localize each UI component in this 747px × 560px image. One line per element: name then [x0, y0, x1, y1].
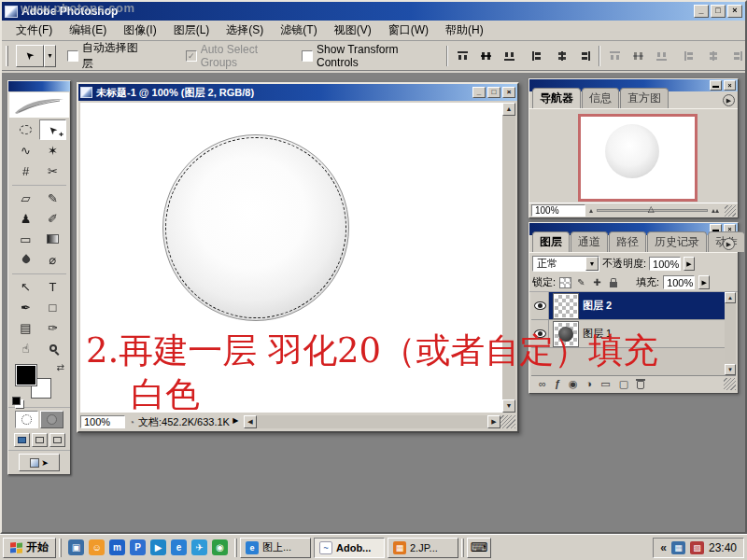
shape-tool[interactable]: □: [39, 297, 66, 317]
navigator-resize-grip[interactable]: [725, 205, 736, 217]
brush-tool[interactable]: ✎: [39, 188, 66, 208]
layers-scroll-down[interactable]: ▼: [725, 364, 736, 375]
zoom-tool[interactable]: [39, 338, 66, 358]
crop-tool[interactable]: #: [12, 161, 39, 181]
adjustment-layer-icon[interactable]: ◑: [586, 378, 593, 389]
distribute-vertical-centers-button[interactable]: [631, 50, 645, 62]
align-horizontal-centers-button[interactable]: [555, 50, 569, 62]
type-tool[interactable]: T: [39, 276, 66, 297]
full-screen-menubar-mode-button[interactable]: [32, 433, 48, 447]
layers-scrollbar[interactable]: ▲ ▼: [725, 292, 736, 375]
tab-paths[interactable]: 路径: [609, 231, 646, 252]
foreground-color-swatch[interactable]: [16, 365, 36, 385]
tab-layers[interactable]: 图层: [532, 231, 570, 252]
horizontal-scrollbar[interactable]: ◀ ▶: [244, 415, 500, 428]
scroll-down-button[interactable]: ▼: [502, 399, 515, 413]
maximize-button[interactable]: □: [711, 5, 726, 18]
quicklaunch-ie-icon[interactable]: e: [171, 539, 187, 555]
clone-stamp-tool[interactable]: ♟: [12, 208, 39, 229]
dodge-tool[interactable]: ⌀: [39, 249, 66, 270]
menu-select[interactable]: 选择(S): [218, 20, 272, 41]
distribute-right-edges-button[interactable]: [729, 50, 743, 62]
lock-all-button[interactable]: [607, 277, 619, 288]
navigator-zoom-field[interactable]: 100%: [531, 204, 585, 217]
close-button[interactable]: ×: [727, 5, 742, 18]
menu-filter[interactable]: 滤镜(T): [272, 20, 325, 41]
notes-tool[interactable]: ▤: [12, 317, 39, 338]
navigator-close-button[interactable]: ×: [724, 80, 736, 91]
minimize-button[interactable]: _: [694, 5, 709, 18]
link-layers-icon[interactable]: ∞: [539, 378, 546, 389]
status-popup-button[interactable]: ▶: [230, 415, 242, 428]
default-colors-icon[interactable]: [12, 397, 21, 405]
tab-channels[interactable]: 通道: [571, 231, 608, 252]
eyedropper-tool[interactable]: ✑: [39, 317, 66, 338]
input-method-button[interactable]: ⌨: [467, 538, 491, 558]
eraser-tool[interactable]: ▭: [12, 229, 39, 249]
blend-dropdown-icon[interactable]: ▼: [585, 257, 599, 271]
zoom-slider-thumb[interactable]: △: [648, 204, 655, 214]
delete-layer-icon[interactable]: [637, 381, 644, 389]
layer-mask-icon[interactable]: ◉: [569, 378, 578, 390]
layer2-name[interactable]: 图层 2: [583, 299, 612, 313]
doc-close-button[interactable]: ×: [502, 87, 515, 98]
menu-file[interactable]: 文件(F): [7, 20, 61, 41]
new-layer-icon[interactable]: ▢: [619, 378, 628, 390]
healing-brush-tool[interactable]: ▱: [12, 188, 39, 208]
quicklaunch-mediaplayer-icon[interactable]: ▶: [150, 539, 166, 555]
document-titlebar[interactable]: 未标题-1 @ 100% (图层 2, RGB/8) _ □ ×: [78, 84, 517, 101]
align-left-edges-button[interactable]: [531, 50, 545, 62]
doc-maximize-button[interactable]: □: [487, 87, 500, 98]
magic-wand-tool[interactable]: ✶: [39, 140, 66, 161]
tab-histogram[interactable]: 直方图: [620, 88, 669, 108]
fill-slider-button[interactable]: ▶: [698, 275, 710, 289]
layers-menu-button[interactable]: ▶: [723, 238, 735, 250]
status-zoom-field[interactable]: 100%: [80, 415, 125, 428]
align-right-edges-button[interactable]: [577, 50, 591, 62]
tab-history[interactable]: 历史记录: [647, 231, 707, 252]
lock-pixels-button[interactable]: ✎: [575, 277, 587, 288]
auto-select-layer-checkbox[interactable]: [67, 50, 78, 62]
scroll-up-button[interactable]: ▲: [502, 103, 515, 116]
toolbox-titlebar[interactable]: [8, 81, 70, 91]
history-brush-tool[interactable]: ✐: [39, 208, 66, 229]
menu-image[interactable]: 图像(I): [115, 20, 164, 41]
layer2-visibility-cell[interactable]: [531, 292, 549, 319]
layer2-thumbnail[interactable]: [554, 294, 578, 318]
lock-transparency-button[interactable]: [559, 277, 571, 288]
scroll-left-button[interactable]: ◀: [244, 415, 257, 428]
move-tool[interactable]: ➤✚: [39, 119, 66, 140]
task-button-image-viewer[interactable]: ▦ 2.JP...: [388, 538, 458, 558]
navigator-menu-button[interactable]: ▶: [723, 94, 735, 106]
new-group-icon[interactable]: ▭: [600, 378, 610, 390]
layer-row-2[interactable]: 图层 2: [531, 292, 725, 320]
opacity-field[interactable]: 100%: [649, 257, 681, 271]
gradient-tool[interactable]: [39, 229, 66, 249]
lock-position-button[interactable]: ✚: [591, 277, 603, 288]
photoshop-feather-logo[interactable]: [9, 92, 69, 118]
quick-mask-mode-button[interactable]: [40, 411, 63, 428]
layers-resize-grip[interactable]: [724, 378, 736, 390]
layer-style-icon[interactable]: ƒ: [555, 378, 560, 389]
quicklaunch-acdsee-icon[interactable]: ◉: [212, 539, 228, 555]
app-titlebar[interactable]: Adobe Photoshop www.photops.com _ □ ×: [2, 2, 745, 21]
layers-scroll-up[interactable]: ▲: [725, 292, 736, 303]
menu-layer[interactable]: 图层(L): [165, 20, 218, 41]
zoom-in-icon[interactable]: ▴▴: [712, 207, 719, 215]
path-selection-tool[interactable]: ↖: [12, 276, 39, 297]
tray-chevron-icon[interactable]: «: [660, 541, 667, 554]
full-screen-mode-button[interactable]: [49, 433, 65, 447]
menu-view[interactable]: 视图(V): [326, 20, 380, 41]
tool-preset-dropdown[interactable]: ▾: [44, 45, 56, 67]
navigator-proxy-view[interactable]: [578, 114, 698, 202]
resize-grip[interactable]: [500, 415, 515, 428]
zoom-out-icon[interactable]: ▴: [589, 207, 593, 215]
distribute-bottom-edges-button[interactable]: [655, 50, 669, 62]
quicklaunch-messenger-icon[interactable]: ☺: [89, 539, 105, 555]
quicklaunch-maxthon-icon[interactable]: m: [109, 539, 125, 555]
show-transform-controls-checkbox[interactable]: [302, 50, 313, 62]
navigator-minimize-button[interactable]: ▬: [710, 80, 722, 91]
hand-tool[interactable]: ☝: [12, 338, 39, 358]
current-tool-button[interactable]: ➤: [16, 45, 44, 67]
swap-colors-icon[interactable]: ⇄: [57, 362, 64, 372]
